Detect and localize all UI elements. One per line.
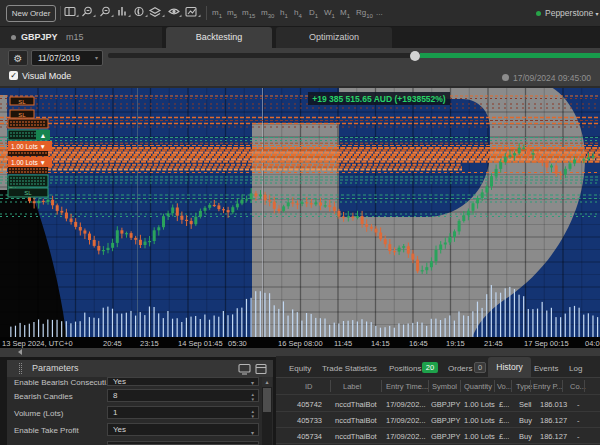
svg-text:+19 385 515.65 AUD (+1938552%): +19 385 515.65 AUD (+1938552%): [312, 94, 446, 104]
svg-text:17 Sep 00:15: 17 Sep 00:15: [524, 339, 569, 348]
svg-text:▲: ▲: [40, 132, 47, 139]
svg-text:05:30: 05:30: [228, 339, 247, 348]
svg-text:SL: SL: [18, 112, 26, 118]
svg-text:23:15: 23:15: [140, 339, 159, 348]
svg-text:14:15: 14:15: [371, 339, 390, 348]
svg-text:1.00 Lots ▼: 1.00 Lots ▼: [11, 143, 46, 150]
svg-text:19:15: 19:15: [446, 339, 465, 348]
svg-text:13 Sep 2024, UTC+0: 13 Sep 2024, UTC+0: [2, 339, 73, 348]
svg-text:14 Sep 01:45: 14 Sep 01:45: [178, 339, 223, 348]
svg-text:04:0: 04:0: [585, 339, 600, 348]
svg-text:11:45: 11:45: [334, 339, 352, 348]
svg-text:SL: SL: [18, 99, 26, 105]
svg-text:SL: SL: [24, 190, 32, 196]
svg-text:21:45: 21:45: [484, 339, 503, 348]
svg-text:20:45: 20:45: [103, 339, 122, 348]
svg-text:16 Sep 08:00: 16 Sep 08:00: [278, 339, 323, 348]
svg-text:16:45: 16:45: [409, 339, 428, 348]
svg-text:1.00 Lots ▼: 1.00 Lots ▼: [11, 159, 46, 166]
